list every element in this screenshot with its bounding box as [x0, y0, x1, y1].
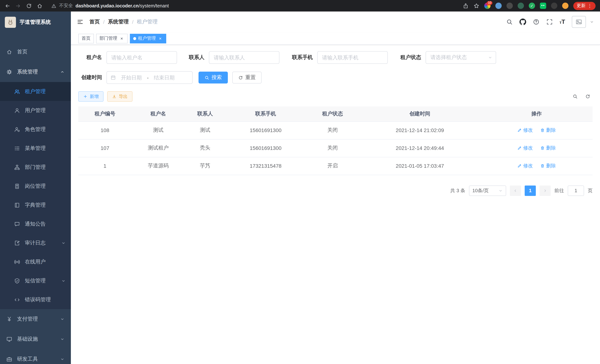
security-label[interactable]: 不安全	[59, 3, 73, 9]
extension-badge: 10	[487, 1, 492, 5]
refresh-table-icon[interactable]	[585, 94, 590, 99]
breadcrumb: 首页 系统管理 租户管理	[89, 19, 158, 25]
sidebar-collapse-icon[interactable]	[77, 19, 84, 25]
contact-input[interactable]	[209, 51, 279, 64]
breadcrumb-separator	[132, 19, 134, 25]
sidebar-item-dept[interactable]: 部门管理	[0, 158, 71, 177]
sidebar-item-online[interactable]: 在线用户	[0, 252, 71, 271]
sidebar-item-errcode[interactable]: 错误码管理	[0, 290, 71, 309]
sidebar-item-infra[interactable]: 基础设施	[0, 329, 71, 349]
chevron-down-icon[interactable]	[590, 20, 594, 24]
search-button[interactable]: 搜索	[198, 72, 228, 84]
cell-tenant-id: 107	[78, 139, 131, 157]
sidebar-item-audit[interactable]: 审计日志	[0, 233, 71, 252]
breadcrumb-item[interactable]: 首页	[89, 19, 100, 25]
delete-button[interactable]: 删除	[540, 145, 556, 151]
header-search-icon[interactable]	[506, 19, 513, 25]
sidebar-item-tenant[interactable]: 租户管理	[0, 82, 71, 101]
export-button[interactable]: 导出	[107, 91, 132, 102]
cell-contact: 芋艿	[185, 157, 225, 175]
browser-toolbar: 不安全 dashboard.yudao.iocoder.cn/system/te…	[0, 0, 600, 11]
sidebar-item-label: 支付管理	[17, 316, 38, 322]
extension-icon[interactable]	[518, 3, 524, 9]
edit-icon	[517, 164, 522, 168]
goto-suffix: 页	[588, 187, 593, 194]
mobile-input[interactable]	[317, 51, 388, 64]
prev-page-button[interactable]	[510, 185, 521, 196]
browser-update-button[interactable]: 更新	[573, 2, 596, 10]
github-icon[interactable]	[519, 19, 526, 25]
sidebar-item-post[interactable]: 岗位管理	[0, 177, 71, 196]
reset-button[interactable]: 重置	[232, 72, 262, 84]
address-bar[interactable]: 不安全 dashboard.yudao.iocoder.cn/system/te…	[51, 3, 169, 9]
tab-tenant[interactable]: 租户管理	[130, 34, 166, 43]
extension-icon[interactable]	[551, 3, 557, 9]
edit-button[interactable]: 修改	[517, 145, 533, 151]
app-logo[interactable]: 芋道管理系统	[0, 11, 71, 33]
font-size-icon[interactable]	[560, 19, 565, 25]
page-size-select[interactable]: 10条/页	[469, 185, 506, 196]
column-header: 联系人	[185, 106, 225, 121]
back-icon[interactable]	[4, 3, 10, 9]
delete-button[interactable]: 删除	[540, 162, 556, 169]
column-header: 联系手机	[225, 106, 306, 121]
close-icon[interactable]	[119, 36, 124, 41]
extension-icon[interactable]	[562, 3, 568, 9]
sidebar-item-role[interactable]: 角色管理	[0, 120, 71, 139]
sidebar-item-notice[interactable]: 通知公告	[0, 215, 71, 233]
extension-icon[interactable]: 10	[484, 3, 490, 9]
cell-tenant-id: 108	[78, 121, 131, 139]
end-date-input[interactable]	[151, 74, 178, 81]
sidebar-item-dict[interactable]: 字典管理	[0, 196, 71, 215]
sidebar-item-sms[interactable]: 短信管理	[0, 271, 71, 290]
sidebar-item-home[interactable]: 首页	[0, 42, 71, 62]
update-label: 更新	[577, 3, 586, 9]
extension-icon[interactable]	[506, 3, 513, 9]
start-date-input[interactable]	[118, 74, 145, 81]
cell-created: 2021-01-05 17:03:47	[359, 157, 480, 175]
help-icon[interactable]	[533, 19, 540, 25]
fullscreen-icon[interactable]	[546, 19, 553, 25]
tab-dept[interactable]: 部门管理	[96, 34, 128, 43]
close-icon[interactable]	[158, 36, 163, 41]
current-page-button[interactable]: 1	[525, 185, 536, 196]
tenant-status-select[interactable]: 请选择租户状态	[426, 51, 496, 64]
url-domain: dashboard.yudao.iocoder.cn	[75, 3, 139, 8]
sidebar-item-label: 部门管理	[25, 164, 46, 170]
forward-icon[interactable]	[15, 3, 21, 9]
share-icon[interactable]	[463, 3, 469, 9]
sidebar-item-menu[interactable]: 菜单管理	[0, 139, 71, 158]
sidebar-item-pay[interactable]: 支付管理	[0, 309, 71, 329]
reload-icon[interactable]	[26, 3, 32, 9]
sidebar-item-label: 审计日志	[25, 240, 46, 246]
column-header: 租户名	[131, 106, 185, 121]
calendar-icon	[111, 75, 116, 80]
add-button-label: 新增	[90, 93, 99, 100]
create-time-range-picker[interactable]: -	[106, 71, 193, 84]
sidebar-item-system[interactable]: 系统管理	[0, 62, 71, 82]
add-button[interactable]: 新增	[78, 91, 103, 102]
edit-button[interactable]: 修改	[517, 162, 533, 169]
filter-label: 租户名	[78, 54, 102, 61]
extension-icon[interactable]	[540, 3, 546, 9]
delete-button[interactable]: 删除	[540, 127, 556, 134]
tenant-name-input[interactable]	[106, 51, 177, 64]
toggle-search-icon[interactable]	[572, 94, 578, 99]
browser-home-icon[interactable]	[37, 3, 43, 9]
sidebar-item-label: 岗位管理	[25, 183, 46, 189]
browser-menu-icon[interactable]	[587, 3, 592, 9]
chevron-down-icon	[60, 357, 65, 361]
extension-icon[interactable]	[495, 3, 502, 9]
bookmark-star-icon[interactable]	[473, 3, 479, 9]
avatar[interactable]	[572, 16, 586, 28]
next-page-button[interactable]	[540, 185, 551, 196]
trash-icon	[540, 164, 545, 168]
sidebar-item-user[interactable]: 用户管理	[0, 101, 71, 120]
goto-page-input[interactable]	[568, 185, 584, 196]
extension-icon[interactable]	[529, 3, 535, 9]
chevron-down-icon	[60, 317, 65, 321]
tab-home[interactable]: 首页	[78, 34, 94, 43]
edit-button[interactable]: 修改	[517, 127, 533, 134]
sidebar-item-devtools[interactable]: 研发工具	[0, 349, 71, 364]
breadcrumb-item[interactable]: 系统管理	[108, 19, 129, 25]
